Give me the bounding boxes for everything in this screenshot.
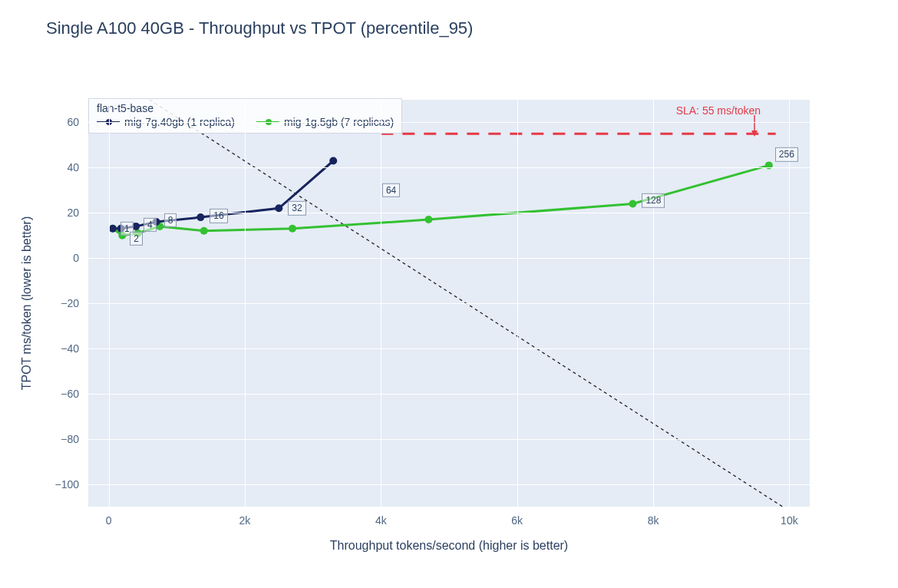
x-tick-label: 0 — [106, 514, 112, 527]
y-tick-label: 40 — [67, 161, 79, 173]
gridline-h — [88, 439, 810, 440]
x-tick-label: 6k — [511, 514, 523, 527]
y-tick-label: −20 — [61, 297, 79, 309]
x-axis-label: Throughput tokens/second (higher is bett… — [330, 539, 568, 553]
data-point[interactable] — [275, 204, 282, 212]
data-point[interactable] — [153, 218, 160, 226]
y-tick-label: −60 — [61, 388, 79, 400]
chart-title: Single A100 40GB - Throughput vs TPOT (p… — [46, 18, 473, 38]
x-tick-label: 10k — [781, 514, 798, 527]
plot-area[interactable]: Throughput tokens/second (higher is bett… — [88, 100, 810, 507]
data-point[interactable] — [424, 216, 432, 223]
y-tick-label: 0 — [73, 252, 79, 264]
gridline-h — [88, 167, 810, 168]
data-point[interactable] — [118, 232, 126, 239]
chart-root: Single A100 40GB - Throughput vs TPOT (p… — [0, 0, 898, 588]
y-tick-label: 20 — [67, 206, 79, 219]
gridline-h — [88, 303, 810, 304]
y-axis-label: TPOT ms/token (lower is better) — [20, 216, 34, 390]
gridline-h — [88, 349, 810, 349]
data-point[interactable] — [109, 225, 117, 233]
gridline-h — [88, 122, 810, 123]
svg-marker-1 — [751, 130, 758, 137]
y-tick-label: −100 — [54, 478, 79, 491]
data-point[interactable] — [289, 225, 296, 233]
data-point[interactable] — [117, 225, 125, 233]
gridline-h — [88, 213, 810, 213]
x-tick-label: 8k — [648, 514, 659, 527]
series-line[interactable] — [113, 161, 333, 229]
data-point[interactable] — [329, 157, 337, 165]
gridline-h — [88, 258, 810, 259]
x-tick-label: 2k — [239, 514, 251, 527]
y-tick-label: −80 — [61, 433, 79, 445]
data-point[interactable] — [134, 230, 142, 237]
sla-arrow-icon — [747, 115, 762, 138]
data-point[interactable] — [196, 213, 204, 221]
data-point[interactable] — [200, 227, 208, 235]
y-tick-label: −40 — [61, 342, 79, 355]
gridline-h — [88, 394, 810, 395]
data-point[interactable] — [132, 223, 140, 230]
series-line[interactable] — [113, 165, 769, 235]
x-tick-label: 4k — [375, 514, 387, 527]
y-tick-label: 60 — [67, 116, 79, 128]
gridline-h — [88, 484, 810, 485]
data-point[interactable] — [629, 200, 636, 207]
